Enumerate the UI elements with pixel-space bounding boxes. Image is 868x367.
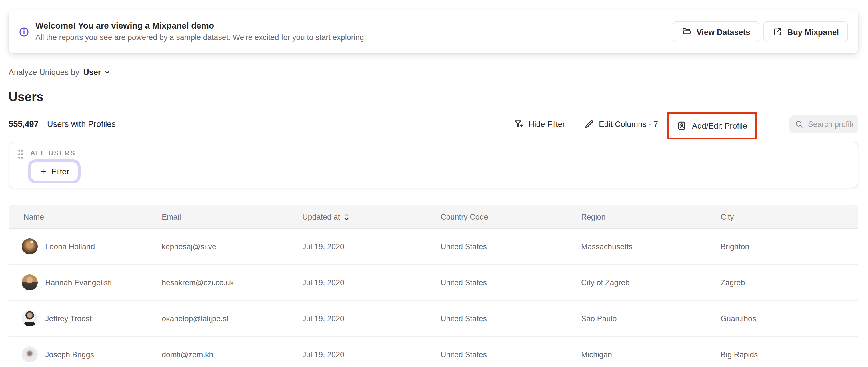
table-row[interactable]: Leona Holland kephesaj@si.ve Jul 19, 202… [9,229,858,265]
hide-filter-button[interactable]: Hide Filter [514,111,565,137]
column-header-label: Updated at [302,212,340,221]
country-code: United States [441,278,581,287]
banner-subtitle: All the reports you see are powered by a… [35,33,366,42]
city: Brighton [720,242,858,251]
user-email: okahelop@lalijpe.sl [162,314,302,323]
country-code: United States [441,350,581,359]
edit-columns-label: Edit Columns · 7 [599,120,658,129]
add-edit-profile-button[interactable]: Add/Edit Profile [669,121,754,131]
annotation-highlight: Add/Edit Profile [668,112,756,140]
hide-filter-label: Hide Filter [529,120,565,129]
column-header-label: Name [24,212,44,221]
analyze-row: Analyze Uniques by User [8,67,110,77]
avatar [22,274,38,290]
name-cell: Jeffrey Troost [22,310,162,327]
filter-group-label: ALL USERS [30,150,76,157]
table-row[interactable]: Hannah Evangelisti hesakrem@ezi.co.uk Ju… [9,265,858,301]
profiles-count: 555,497 [8,120,38,129]
name-cell: Joseph Briggs [22,346,162,362]
chevron-down-icon [104,69,110,75]
updated-at: Jul 19, 2020 [302,314,441,323]
profiles-count-label: Users with Profiles [47,120,116,129]
table-body: Leona Holland kephesaj@si.ve Jul 19, 202… [9,229,858,367]
users-page: Welcome! You are viewing a Mixpanel demo… [0,0,868,367]
sort-icon [343,212,350,221]
updated-at: Jul 19, 2020 [302,350,441,359]
analyze-prefix: Analyze Uniques by [8,67,80,77]
search-profiles-input[interactable] [808,120,852,129]
user-email: domfi@zem.kh [162,350,302,359]
city: Zagreb [720,278,858,287]
buy-mixpanel-label: Buy Mixpanel [787,27,839,36]
column-header-updated-at[interactable]: Updated at [302,212,441,221]
avatar [22,310,38,327]
column-header-label: Country Code [441,212,488,221]
drag-handle-icon[interactable] [17,149,25,160]
add-filter-label: Filter [52,167,69,176]
banner-title: Welcome! You are viewing a Mixpanel demo [35,21,366,31]
region: City of Zagreb [581,278,720,287]
city: Guarulhos [720,314,858,323]
column-header-city[interactable]: City [720,212,858,221]
search-profiles-box [789,116,858,133]
user-name: Joseph Briggs [45,350,94,359]
table-row[interactable]: Jeffrey Troost okahelop@lalijpe.sl Jul 1… [9,301,858,337]
avatar [22,346,38,362]
updated-at: Jul 19, 2020 [302,242,441,251]
user-email: kephesaj@si.ve [162,242,302,251]
column-header-label: Region [581,212,606,221]
info-icon [19,27,29,37]
banner-actions: View Datasets Buy Mixpanel [673,21,848,42]
buy-mixpanel-button[interactable]: Buy Mixpanel [764,21,848,42]
avatar [22,238,38,254]
person-badge-icon [677,121,687,131]
column-header-label: City [720,212,734,221]
column-header-country-code[interactable]: Country Code [441,212,581,221]
region: Sao Paulo [581,314,720,323]
user-name: Jeffrey Troost [45,314,92,323]
view-datasets-label: View Datasets [696,27,750,36]
column-header-region[interactable]: Region [581,212,720,221]
user-name: Leona Holland [45,242,95,251]
updated-at: Jul 19, 2020 [302,278,441,287]
region: Massachusetts [581,242,720,251]
filter-panel: ALL USERS Filter [8,142,858,188]
folder-icon [682,27,691,37]
table-header-row: Name Email Updated at Country Code Regio… [9,205,858,229]
city: Big Rapids [720,350,858,359]
name-cell: Hannah Evangelisti [22,274,162,290]
column-header-email[interactable]: Email [162,212,302,221]
add-filter-button[interactable]: Filter [30,162,78,181]
demo-banner: Welcome! You are viewing a Mixpanel demo… [8,10,858,53]
view-datasets-button[interactable]: View Datasets [673,21,760,42]
analyze-by-dropdown[interactable]: User [84,67,110,77]
banner-text: Welcome! You are viewing a Mixpanel demo… [35,21,366,42]
funnel-plus-icon [514,119,524,129]
add-edit-profile-label: Add/Edit Profile [692,121,747,130]
region: Michigan [581,350,720,359]
external-link-icon [773,27,782,37]
column-header-label: Email [162,212,181,221]
search-icon [795,120,803,129]
user-email: hesakrem@ezi.co.uk [162,278,302,287]
page-title: Users [8,90,43,104]
table-row[interactable]: Joseph Briggs domfi@zem.kh Jul 19, 2020 … [9,337,858,367]
user-name: Hannah Evangelisti [45,278,112,287]
profiles-table: Name Email Updated at Country Code Regio… [8,205,858,367]
name-cell: Leona Holland [22,238,162,254]
plus-icon [39,168,47,175]
column-header-name[interactable]: Name [24,212,162,221]
analyze-by-value: User [84,67,101,77]
country-code: United States [441,242,581,251]
stats-row: 555,497 Users with Profiles [8,120,116,129]
edit-columns-button[interactable]: Edit Columns · 7 [584,111,658,137]
country-code: United States [441,314,581,323]
pencil-icon [584,119,594,129]
